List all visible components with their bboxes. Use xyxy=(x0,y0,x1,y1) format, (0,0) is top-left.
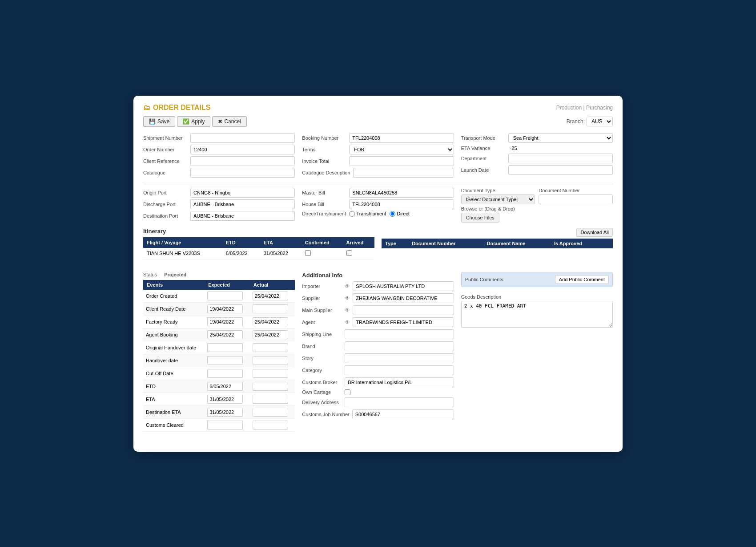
category-label: Category xyxy=(302,368,342,373)
event-expected-cell[interactable] xyxy=(205,367,250,380)
discharge-port-input[interactable] xyxy=(190,199,295,209)
cancel-button[interactable]: ✖ Cancel xyxy=(212,116,246,127)
booking-number-input[interactable] xyxy=(349,133,454,143)
doc-number-input[interactable] xyxy=(539,194,613,204)
importer-eye-icon[interactable]: 👁 xyxy=(345,283,350,289)
event-expected-input[interactable] xyxy=(207,292,243,300)
itinerary-section: Itinerary Flight / Voyage ETD ETA Confir… xyxy=(143,228,374,266)
event-actual-input[interactable] xyxy=(253,304,288,313)
event-expected-cell[interactable] xyxy=(205,405,250,418)
shipping-line-input[interactable] xyxy=(345,329,454,339)
transhipment-radio[interactable] xyxy=(349,211,355,217)
master-bill-label: Master Bill xyxy=(302,190,346,195)
event-expected-cell[interactable] xyxy=(205,290,250,303)
customs-broker-input[interactable] xyxy=(345,377,454,387)
event-actual-input[interactable] xyxy=(253,382,288,391)
delivery-address-input[interactable] xyxy=(345,397,454,407)
terms-select[interactable]: FOB xyxy=(349,145,454,154)
supplier-eye-icon[interactable]: 👁 xyxy=(345,295,350,301)
event-expected-cell[interactable] xyxy=(205,354,250,367)
direct-radio[interactable] xyxy=(390,211,395,217)
confirmed-checkbox[interactable] xyxy=(305,250,311,256)
event-actual-cell[interactable] xyxy=(250,405,295,418)
event-actual-cell[interactable] xyxy=(250,367,295,380)
table-row: Destination ETA xyxy=(143,405,295,418)
agent-input[interactable] xyxy=(353,317,454,327)
event-expected-cell[interactable] xyxy=(205,302,250,315)
event-actual-input[interactable] xyxy=(253,330,288,339)
brand-input[interactable] xyxy=(345,341,454,351)
story-input[interactable] xyxy=(345,353,454,363)
category-input[interactable] xyxy=(345,365,454,375)
event-actual-cell[interactable] xyxy=(250,328,295,341)
branch-select[interactable]: AUS xyxy=(587,117,613,126)
event-expected-input[interactable] xyxy=(207,421,243,429)
main-supplier-input[interactable] xyxy=(353,305,454,315)
event-expected-cell[interactable] xyxy=(205,315,250,328)
event-expected-cell[interactable] xyxy=(205,328,250,341)
terms-label: Terms xyxy=(302,147,346,152)
event-actual-input[interactable] xyxy=(253,369,288,378)
own-cartage-checkbox[interactable] xyxy=(345,389,350,395)
doc-type-select[interactable]: ISelect Document Type| xyxy=(461,194,535,204)
customs-job-input[interactable] xyxy=(352,409,454,419)
launch-date-input[interactable] xyxy=(508,165,613,175)
apply-button[interactable]: ✅ Apply xyxy=(177,116,210,127)
apply-icon: ✅ xyxy=(183,118,189,125)
event-actual-cell[interactable] xyxy=(250,393,295,405)
importer-input[interactable] xyxy=(353,281,454,291)
arrived-checkbox[interactable] xyxy=(346,250,352,256)
house-bill-input[interactable] xyxy=(349,199,454,209)
transport-mode-select[interactable]: Sea Freight xyxy=(508,133,613,143)
event-actual-cell[interactable] xyxy=(250,380,295,393)
event-expected-cell[interactable] xyxy=(205,393,250,405)
add-comment-button[interactable]: Add Public Comment xyxy=(555,275,609,284)
agent-eye-icon[interactable]: 👁 xyxy=(345,319,350,325)
invoice-total-input[interactable] xyxy=(349,156,454,166)
event-actual-cell[interactable] xyxy=(250,418,295,431)
download-all-button[interactable]: Download All xyxy=(576,228,613,237)
event-expected-input[interactable] xyxy=(207,304,243,313)
catalogue-input[interactable] xyxy=(190,168,295,178)
master-bill-input[interactable] xyxy=(349,188,454,198)
event-expected-cell[interactable] xyxy=(205,418,250,431)
event-expected-input[interactable] xyxy=(207,343,243,352)
event-expected-input[interactable] xyxy=(207,330,243,339)
choose-files-button[interactable]: Choose Files xyxy=(461,213,499,223)
event-actual-cell[interactable] xyxy=(250,341,295,354)
catalogue-desc-input[interactable] xyxy=(353,168,454,178)
goods-desc-textarea[interactable]: 2 x 40 FCL FRAMED ART xyxy=(461,301,613,328)
events-table: Events Expected Actual Order Created Cli… xyxy=(143,280,295,432)
event-actual-input[interactable] xyxy=(253,292,288,300)
event-actual-input[interactable] xyxy=(253,356,288,365)
event-actual-input[interactable] xyxy=(253,343,288,352)
supplier-input[interactable] xyxy=(353,293,454,303)
event-expected-input[interactable] xyxy=(207,356,243,365)
itinerary-col-voyage: Flight / Voyage xyxy=(143,237,222,248)
shipment-number-input[interactable] xyxy=(190,133,295,143)
event-expected-input[interactable] xyxy=(207,395,243,404)
event-expected-input[interactable] xyxy=(207,408,243,417)
event-actual-input[interactable] xyxy=(253,317,288,326)
event-expected-input[interactable] xyxy=(207,317,243,326)
main-supplier-eye-icon[interactable]: 👁 xyxy=(345,307,350,313)
event-actual-cell[interactable] xyxy=(250,290,295,303)
event-actual-input[interactable] xyxy=(253,408,288,417)
event-actual-input[interactable] xyxy=(253,421,288,429)
event-actual-cell[interactable] xyxy=(250,315,295,328)
client-reference-input[interactable] xyxy=(190,156,295,166)
event-expected-cell[interactable] xyxy=(205,380,250,393)
event-actual-cell[interactable] xyxy=(250,302,295,315)
event-expected-cell[interactable] xyxy=(205,341,250,354)
department-input[interactable] xyxy=(508,154,613,163)
itinerary-col-eta: ETA xyxy=(260,237,302,248)
destination-port-input[interactable] xyxy=(190,211,295,221)
status-label: Status xyxy=(143,272,157,277)
save-button[interactable]: 💾 Save xyxy=(143,116,175,127)
order-number-input[interactable] xyxy=(190,145,295,154)
event-expected-input[interactable] xyxy=(207,369,243,378)
event-actual-input[interactable] xyxy=(253,395,288,404)
event-actual-cell[interactable] xyxy=(250,354,295,367)
event-expected-input[interactable] xyxy=(207,382,243,391)
origin-port-input[interactable] xyxy=(190,188,295,198)
